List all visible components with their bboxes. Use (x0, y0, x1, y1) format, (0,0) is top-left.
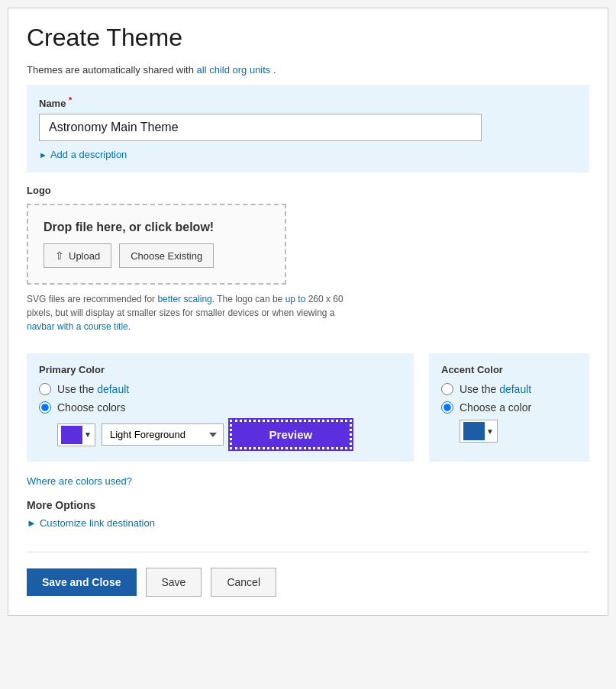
upload-icon: ⇧ (55, 250, 64, 262)
name-label: Name * (39, 95, 577, 109)
primary-default-radio[interactable] (39, 383, 51, 395)
accent-choose-color-row[interactable]: Choose a color (441, 401, 577, 414)
footer-divider (27, 552, 589, 552)
accent-use-default-row[interactable]: Use the default (441, 383, 577, 395)
drop-buttons: ⇧ Upload Choose Existing (44, 243, 269, 268)
footer-buttons: Save and Close Save Cancel (27, 568, 589, 597)
more-options-section: More Options ► Customize link destinatio… (27, 499, 589, 529)
upload-button[interactable]: ⇧ Upload (44, 243, 111, 268)
primary-color-title: Primary Color (39, 364, 402, 375)
cancel-button[interactable]: Cancel (211, 568, 276, 597)
primary-default-link[interactable]: default (97, 383, 129, 395)
add-description-label: Add a description (50, 149, 127, 160)
accent-color-section: Accent Color Use the default Choose a co… (429, 353, 589, 462)
svg-note-link-3[interactable]: navbar with a course title (27, 321, 128, 332)
primary-swatch-arrow-icon: ▼ (84, 430, 92, 439)
choose-existing-button[interactable]: Choose Existing (119, 243, 214, 268)
accent-swatch-button[interactable]: ▼ (460, 420, 498, 443)
foreground-select[interactable]: Light Foreground Dark Foreground (102, 423, 224, 446)
page-title: Create Theme (27, 24, 589, 52)
drop-text: Drop file here, or click below! (44, 221, 269, 234)
customize-link-label: Customize link destination (40, 517, 155, 529)
svg-note: SVG files are recommended for better sca… (27, 292, 347, 333)
accent-default-link[interactable]: default (499, 383, 531, 395)
primary-use-default-row[interactable]: Use the default (39, 383, 402, 395)
svg-note-link-1[interactable]: better scaling (157, 294, 211, 304)
accent-color-controls: ▼ (460, 420, 577, 443)
logo-section: Logo Drop file here, or click below! ⇧ U… (27, 185, 589, 341)
primary-color-section: Primary Color Use the default Choose col… (27, 353, 414, 462)
add-description-link[interactable]: ► Add a description (39, 149, 577, 160)
accent-default-label: Use the default (460, 383, 531, 395)
accent-swatch-arrow-icon: ▼ (486, 427, 494, 436)
primary-swatch-button[interactable]: ▼ (57, 423, 95, 446)
accent-color-swatch (463, 422, 485, 440)
accent-choose-label: Choose a color (460, 401, 531, 414)
primary-color-swatch (61, 426, 82, 444)
description-arrow-icon: ► (39, 150, 47, 159)
name-input[interactable] (39, 114, 482, 141)
child-org-link[interactable]: all child org units (197, 64, 271, 76)
svg-note-link-2[interactable]: up to (285, 294, 306, 304)
primary-default-label: Use the default (57, 383, 129, 395)
page-container: Create Theme Themes are automatically sh… (8, 8, 608, 616)
more-options-title: More Options (27, 499, 589, 511)
accent-default-radio[interactable] (441, 383, 453, 395)
preview-button[interactable]: Preview (230, 420, 352, 449)
customize-arrow-icon: ► (27, 517, 37, 529)
where-colors-link[interactable]: Where are colors used? (27, 475, 132, 487)
customize-link[interactable]: ► Customize link destination (27, 517, 589, 529)
save-button[interactable]: Save (146, 568, 202, 597)
subtitle-prefix: Themes are automatically shared with (27, 64, 197, 76)
primary-color-controls: ▼ Light Foreground Dark Foreground Previ… (57, 420, 402, 449)
subtitle-suffix: . (273, 64, 276, 76)
primary-choose-colors-row[interactable]: Choose colors (39, 401, 402, 414)
foreground-select-wrapper: Light Foreground Dark Foreground (102, 423, 224, 446)
save-close-button[interactable]: Save and Close (27, 568, 137, 596)
subtitle: Themes are automatically shared with all… (27, 64, 589, 76)
name-section: Name * ► Add a description (27, 85, 589, 172)
drop-zone[interactable]: Drop file here, or click below! ⇧ Upload… (27, 204, 286, 285)
colors-row: Primary Color Use the default Choose col… (27, 353, 589, 462)
logo-label: Logo (27, 185, 589, 196)
accent-color-title: Accent Color (441, 364, 577, 375)
primary-choose-radio[interactable] (39, 401, 51, 414)
accent-choose-radio[interactable] (441, 401, 453, 414)
primary-choose-label: Choose colors (57, 401, 126, 414)
